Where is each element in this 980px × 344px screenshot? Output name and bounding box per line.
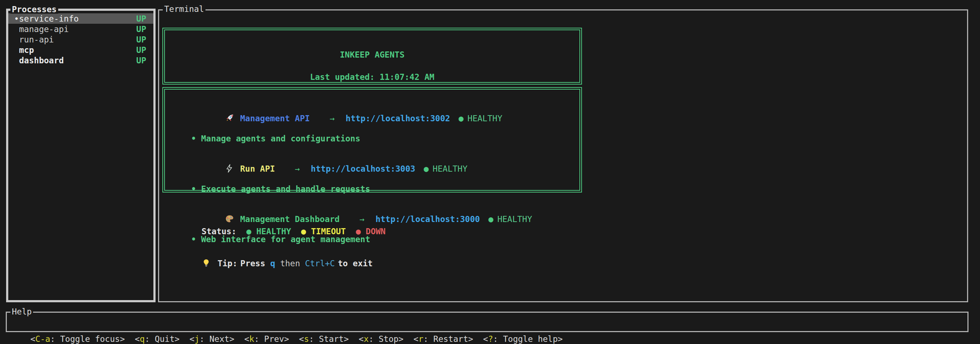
separator: :: [423, 334, 434, 344]
shortcut-label: Quit: [155, 334, 175, 344]
terminal-panel: Terminal INKEEP AGENTS Last updated: 11:…: [158, 10, 968, 302]
shortcut-label: Stop: [379, 334, 398, 344]
healthy-dot-icon: ●: [247, 227, 251, 236]
shortcut-label: Restart: [433, 334, 468, 344]
bracket: >: [468, 334, 473, 344]
palette-icon: [225, 214, 234, 224]
tui-screen: { "colors": { "background": "#191919", "…: [0, 0, 980, 344]
shortcut-next: <j: Next>: [190, 334, 235, 344]
service-management-api: Management API→http://localhost:3002●HEA…: [165, 103, 579, 144]
bracket: <: [299, 334, 304, 344]
bullet-icon: •: [191, 134, 196, 143]
service-line: Management API→http://localhost:3002●HEA…: [165, 103, 579, 133]
process-name: manage-api: [19, 24, 68, 34]
rocket-icon: [225, 114, 234, 123]
bracket: <: [244, 334, 249, 344]
shortcut-key: q: [140, 334, 145, 344]
bracket: <: [483, 334, 488, 344]
service-url[interactable]: http://localhost:3002: [345, 114, 450, 123]
tip-key-ctrl-c: Ctrl+C: [305, 259, 335, 268]
service-run-api: Run API→http://localhost:3003●HEALTHY •E…: [165, 154, 579, 194]
shortcut-key: x: [364, 334, 369, 344]
shortcut-key: s: [304, 334, 309, 344]
separator: :: [199, 334, 210, 344]
legend-label: Status:: [202, 227, 236, 236]
legend-item-healthy: ●HEALTHY: [247, 227, 291, 236]
separator: :: [145, 334, 155, 344]
process-name: run-api: [19, 35, 54, 44]
arrow-icon: →: [360, 214, 364, 224]
healthy-dot-icon: ●: [423, 164, 429, 173]
bracket: >: [175, 334, 180, 344]
bracket: >: [558, 334, 563, 344]
help-panel: Help <C-a: Toggle focus><q: Quit><j: Nex…: [6, 312, 969, 332]
separator: :: [309, 334, 319, 344]
process-row-run-api[interactable]: run-api UP: [8, 34, 153, 45]
process-row-dashboard[interactable]: dashboard UP: [8, 55, 153, 66]
shortcut-label: Next: [210, 334, 229, 344]
terminal-panel-title: Terminal: [163, 5, 205, 13]
shortcut-label: Toggle help: [503, 334, 558, 344]
process-status-badge: UP: [136, 14, 146, 23]
down-dot-icon: ●: [356, 227, 361, 236]
timeout-dot-icon: ●: [301, 227, 306, 236]
tip-suffix: to exit: [338, 259, 373, 268]
legend-item-down: ●DOWN: [356, 227, 385, 236]
shortcut-label: Prev: [264, 334, 284, 344]
service-description-text: Manage agents and configurations: [201, 134, 360, 143]
shortcut-label: Start: [319, 334, 344, 344]
separator: :: [493, 334, 503, 344]
service-url[interactable]: http://localhost:3000: [375, 214, 480, 224]
service-name: Run API: [240, 164, 275, 173]
process-row-service-info[interactable]: • service-info UP: [8, 13, 153, 24]
help-shortcuts: <C-a: Toggle focus><q: Quit><j: Next><k:…: [7, 313, 967, 344]
service-description: •Execute agents and handle requests: [165, 184, 579, 194]
bracket: <: [414, 334, 418, 344]
bracket: >: [120, 334, 125, 344]
bulb-icon: [202, 258, 211, 268]
process-row-mcp[interactable]: mcp UP: [8, 45, 153, 55]
tip-line: Tip:PressqthenCtrl+Cto exit: [172, 248, 967, 278]
service-health-status: HEALTHY: [497, 214, 532, 224]
bracket: <: [30, 334, 35, 344]
legend-down-label: DOWN: [366, 227, 385, 236]
tip-label: Tip:: [217, 259, 237, 268]
processes-panel: Processes • service-info UP manage-api U…: [6, 9, 156, 302]
shortcut-stop: <x: Stop>: [359, 334, 404, 344]
arrow-icon: →: [295, 164, 300, 173]
process-row-manage-api[interactable]: manage-api UP: [8, 24, 153, 34]
healthy-dot-icon: ●: [488, 214, 493, 224]
service-health-status: HEALTHY: [433, 164, 468, 173]
terminal-content: INKEEP AGENTS Last updated: 11:07:42 AM …: [159, 10, 967, 278]
shortcut-label: Toggle focus: [60, 334, 120, 344]
shortcut-key: k: [249, 334, 255, 344]
bracket: >: [398, 334, 403, 344]
shortcut-restart: <r: Restart>: [414, 334, 473, 344]
separator: :: [50, 334, 60, 344]
tip-then: then: [280, 259, 300, 268]
shortcut-quit: <q: Quit>: [135, 334, 180, 344]
services-box: Management API→http://localhost:3002●HEA…: [162, 87, 582, 192]
separator: :: [255, 334, 264, 344]
healthy-dot-icon: ●: [458, 114, 463, 123]
separator: :: [369, 334, 379, 344]
process-status-badge: UP: [136, 24, 146, 34]
service-line: Run API→http://localhost:3003●HEALTHY: [165, 154, 579, 184]
process-name: dashboard: [19, 56, 64, 65]
legend-timeout-label: TIMEOUT: [311, 227, 346, 236]
bracket: <: [190, 334, 195, 344]
agents-title: INKEEP AGENTS: [165, 50, 579, 59]
help-panel-title: Help: [10, 307, 33, 316]
bracket: <: [359, 334, 364, 344]
bracket: <: [135, 334, 140, 344]
shortcut-key: r: [418, 334, 423, 344]
process-name: mcp: [19, 45, 34, 55]
process-status-badge: UP: [136, 45, 146, 55]
service-url[interactable]: http://localhost:3003: [311, 164, 415, 173]
service-name: Management Dashboard: [240, 214, 339, 224]
shortcut-key: C-a: [35, 334, 50, 344]
tip-press: Press: [240, 259, 265, 268]
arrow-icon: →: [330, 114, 335, 123]
selected-bullet-icon: •: [14, 14, 19, 23]
zap-icon: [225, 164, 234, 173]
